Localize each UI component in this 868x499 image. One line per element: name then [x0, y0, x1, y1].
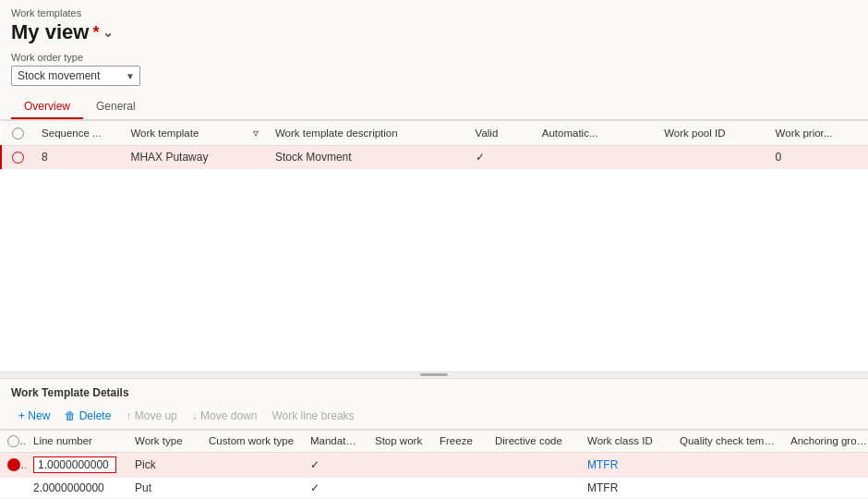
new-button[interactable]: + New [11, 407, 57, 425]
brow-wtype-2: Put [127, 478, 201, 499]
top-grid-table: Sequence ... Work template ▿ Work templa… [0, 120, 868, 169]
brow-select-cell-1[interactable] [0, 453, 26, 478]
brow-stop-2 [368, 478, 432, 499]
bcol-header-stop-work: Stop work [368, 430, 432, 452]
col-header-work-priority: Work prior... [768, 121, 868, 146]
top-grid-section: Sequence ... Work template ▿ Work templa… [0, 120, 868, 371]
move-down-button[interactable]: ↓ Move down [185, 407, 265, 425]
delete-button[interactable]: 🗑 Delete [57, 407, 118, 425]
breadcrumb: Work templates [11, 7, 857, 18]
cell-automatic [535, 146, 657, 169]
tab-general[interactable]: General [83, 95, 149, 119]
brow-wcid-2: MTFR [580, 478, 672, 499]
page-title-text: My view [11, 20, 89, 44]
page-modified-indicator: * [92, 23, 99, 43]
brow-cwtype-1 [201, 453, 303, 478]
brow-agid-2 [783, 478, 868, 499]
line-number-edit-field[interactable]: 1.0000000000 [33, 456, 116, 473]
resizer-handle-icon [420, 373, 448, 376]
bcol-header-mandatory: Mandatory [303, 430, 368, 452]
col-header-valid: Valid [468, 121, 535, 146]
tab-overview[interactable]: Overview [11, 95, 83, 119]
table-row[interactable]: 8 MHAX Putaway Stock Movment ✓ 0 [1, 146, 868, 169]
brow-mand-2: ✓ [303, 478, 368, 499]
bottom-toolbar: + New 🗑 Delete ↑ Move up ↓ Move down Wor… [0, 403, 868, 430]
col-header-wt-description: Work template description [268, 121, 468, 146]
brow-qct-1 [672, 453, 783, 478]
page-wrapper: Work templates My view * ⌄ Work order ty… [0, 0, 868, 499]
bottom-grid-table: Line number Work type Custom work type M… [0, 430, 868, 499]
header-radio-icon[interactable] [12, 128, 24, 140]
bcol-header-freeze: Freeze [432, 430, 488, 452]
bottom-grid-header-row: Line number Work type Custom work type M… [0, 430, 868, 452]
cell-work-template: MHAX Putaway [123, 146, 245, 169]
brow-agid-1 [783, 453, 868, 478]
top-grid-header-row: Sequence ... Work template ▿ Work templa… [1, 121, 868, 146]
work-line-breaks-button[interactable]: Work line breaks [264, 407, 361, 425]
page-title: My view * ⌄ [11, 20, 857, 44]
brow-line-1[interactable]: 1.0000000000 [26, 453, 127, 478]
table-row[interactable]: 1.0000000000 Pick ✓ MTFR [0, 453, 868, 478]
work-order-type-wrapper: Stock movement ▼ [11, 66, 140, 86]
brow-wcid-1: MTFR [580, 453, 672, 478]
brow-cwtype-2 [201, 478, 303, 499]
work-order-type-label: Work order type [11, 52, 857, 63]
brow-qct-2 [672, 478, 783, 499]
bottom-section: Work Template Details + New 🗑 Delete ↑ M… [0, 379, 868, 499]
col-header-automatic: Automatic... [535, 121, 657, 146]
mandatory-check-icon-1: ✓ [310, 458, 319, 471]
brow-dir-1 [488, 453, 580, 478]
brow-dir-2 [488, 478, 580, 499]
bcol-header-line: Line number [26, 430, 127, 452]
top-section: Work templates My view * ⌄ Work order ty… [0, 0, 868, 120]
col-header-work-template: Work template [123, 121, 245, 146]
brow-stop-1 [368, 453, 432, 478]
brow-select-cell-2[interactable] [0, 478, 26, 499]
bottom-panel-title: Work Template Details [0, 379, 868, 403]
valid-check-icon: ✓ [476, 151, 485, 164]
mandatory-check-icon-2: ✓ [310, 481, 319, 494]
cell-work-pool-id [657, 146, 767, 169]
move-up-button[interactable]: ↑ Move up [118, 407, 184, 425]
bcol-header-cwtype: Custom work type [201, 430, 303, 452]
bcol-header-directive: Directive code [488, 430, 580, 452]
bottom-header-radio-icon[interactable] [7, 435, 19, 447]
filter-icon[interactable]: ▿ [246, 121, 268, 146]
cell-wt-description: Stock Movment [268, 146, 468, 169]
brow-freeze-1 [432, 453, 488, 478]
tabs-row: Overview General [11, 95, 857, 119]
cell-valid: ✓ [468, 146, 535, 169]
chevron-down-icon[interactable]: ⌄ [102, 25, 114, 40]
col-header-sequence: Sequence ... [34, 121, 123, 146]
work-order-type-select[interactable]: Stock movement [11, 66, 140, 86]
row-radio-icon [12, 152, 24, 164]
brow-mand-1: ✓ [303, 453, 368, 478]
bottom-grid: Line number Work type Custom work type M… [0, 430, 868, 499]
panel-resizer[interactable] [0, 371, 868, 379]
bcol-header-select [0, 430, 26, 452]
brow-line-2: 2.0000000000 [26, 478, 127, 499]
col-header-work-pool-id: Work pool ID [657, 121, 767, 146]
row-selected-indicator-icon [7, 458, 20, 471]
col-header-select [1, 121, 34, 146]
cell-sequence: 8 [34, 146, 123, 169]
cell-work-priority: 0 [768, 146, 868, 169]
work-class-id-link-1[interactable]: MTFR [587, 458, 618, 471]
brow-wtype-1: Pick [127, 453, 201, 478]
bcol-header-work-class-id: Work class ID [580, 430, 672, 452]
cell-filter-empty [246, 146, 268, 169]
bcol-header-anchoring-group: Anchoring group ID [783, 430, 868, 452]
table-row[interactable]: 2.0000000000 Put ✓ MTFR [0, 478, 868, 499]
bcol-header-wtype: Work type [127, 430, 201, 452]
bcol-header-quality-check: Quality check temp... [672, 430, 783, 452]
row-select-cell[interactable] [1, 146, 34, 169]
brow-freeze-2 [432, 478, 488, 499]
